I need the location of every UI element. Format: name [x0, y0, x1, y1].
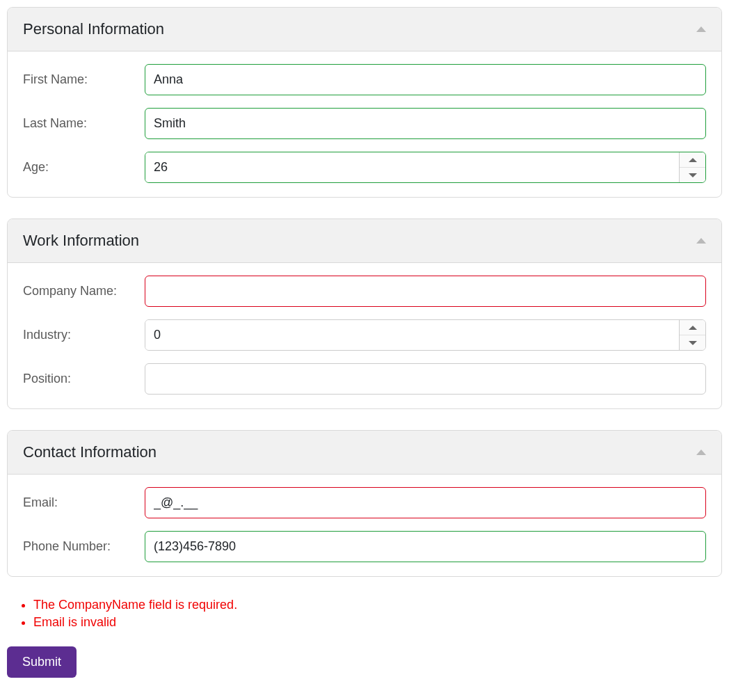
panel-contact-information: Contact Information Email: Phone Number: [7, 430, 722, 577]
panel-header-work[interactable]: Work Information [8, 219, 721, 263]
arrow-down-icon [689, 341, 697, 345]
industry-numeric-wrap [145, 319, 706, 351]
age-increase-button[interactable] [680, 152, 705, 168]
validation-error: Email is invalid [33, 615, 722, 630]
panel-title-work: Work Information [23, 232, 139, 250]
label-phone: Phone Number: [23, 539, 145, 554]
row-position: Position: [23, 363, 706, 395]
panel-personal-information: Personal Information First Name: Last Na… [7, 7, 722, 198]
industry-input[interactable] [145, 320, 679, 350]
industry-spinner [679, 320, 705, 350]
panel-body-personal: First Name: Last Name: Age: [8, 51, 721, 197]
age-spinner [679, 152, 705, 182]
panel-header-personal[interactable]: Personal Information [8, 8, 721, 51]
age-decrease-button[interactable] [680, 168, 705, 182]
label-first-name: First Name: [23, 72, 145, 87]
phone-input[interactable] [145, 531, 706, 562]
row-age: Age: [23, 152, 706, 183]
validation-error: The CompanyName field is required. [33, 598, 722, 612]
label-email: Email: [23, 495, 145, 510]
panel-header-contact[interactable]: Contact Information [8, 431, 721, 475]
label-last-name: Last Name: [23, 116, 145, 131]
industry-increase-button[interactable] [680, 320, 705, 335]
panel-body-work: Company Name: Industry: Position: [8, 263, 721, 408]
last-name-input[interactable] [145, 108, 706, 139]
row-phone: Phone Number: [23, 531, 706, 562]
row-first-name: First Name: [23, 64, 706, 95]
panel-body-contact: Email: Phone Number: [8, 475, 721, 576]
first-name-input[interactable] [145, 64, 706, 95]
caret-up-icon [696, 238, 706, 244]
row-company-name: Company Name: [23, 276, 706, 307]
panel-title-contact: Contact Information [23, 443, 157, 461]
row-last-name: Last Name: [23, 108, 706, 139]
submit-button[interactable]: Submit [7, 646, 77, 678]
row-email: Email: [23, 487, 706, 518]
label-industry: Industry: [23, 328, 145, 342]
arrow-up-icon [689, 326, 697, 330]
industry-decrease-button[interactable] [680, 335, 705, 350]
caret-up-icon [696, 26, 706, 32]
panel-work-information: Work Information Company Name: Industry: [7, 218, 722, 409]
label-age: Age: [23, 160, 145, 175]
label-company-name: Company Name: [23, 284, 145, 299]
arrow-down-icon [689, 173, 697, 177]
position-input[interactable] [145, 363, 706, 395]
label-position: Position: [23, 372, 145, 386]
arrow-up-icon [689, 158, 697, 162]
age-numeric-wrap [145, 152, 706, 183]
company-name-input[interactable] [145, 276, 706, 307]
email-input[interactable] [145, 487, 706, 518]
validation-summary: The CompanyName field is required. Email… [7, 598, 722, 630]
caret-up-icon [696, 450, 706, 455]
panel-title-personal: Personal Information [23, 20, 164, 38]
row-industry: Industry: [23, 319, 706, 351]
age-input[interactable] [145, 152, 679, 182]
